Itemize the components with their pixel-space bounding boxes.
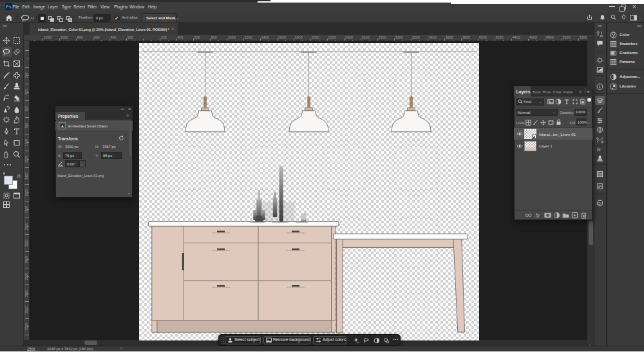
svg-text:fx: fx	[535, 212, 540, 218]
svg-text:Cr: Cr	[598, 201, 601, 205]
svg-text:fx: fx	[596, 147, 600, 153]
